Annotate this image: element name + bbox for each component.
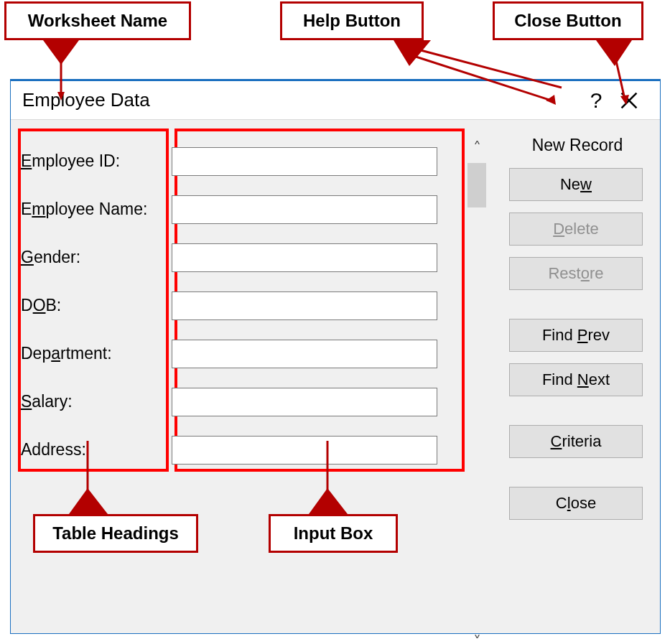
annotation-worksheet-name: Worksheet Name xyxy=(4,1,191,40)
record-indicator: New Record xyxy=(509,136,646,155)
input-employee-name[interactable] xyxy=(172,195,437,224)
close-window-button[interactable] xyxy=(613,86,646,115)
svg-marker-9 xyxy=(596,40,632,66)
svg-marker-5 xyxy=(394,40,431,66)
input-gender[interactable] xyxy=(172,243,437,272)
annotation-table-headings: Table Headings xyxy=(33,514,198,553)
annotation-close-button: Close Button xyxy=(493,1,643,40)
label-salary: Salary: xyxy=(21,392,172,411)
label-department: Department: xyxy=(21,344,172,363)
annotation-help-button: Help Button xyxy=(280,1,424,40)
close-icon xyxy=(620,91,638,110)
svg-marker-2 xyxy=(43,40,79,65)
label-dob: DOB: xyxy=(21,296,172,315)
new-button[interactable]: New xyxy=(509,168,643,201)
annotation-input-box: Input Box xyxy=(269,514,398,553)
dialog-title: Employee Data xyxy=(22,89,580,111)
close-form-button[interactable]: Close xyxy=(509,487,643,520)
label-gender: Gender: xyxy=(21,248,172,267)
input-address[interactable] xyxy=(172,436,437,465)
input-dob[interactable] xyxy=(172,291,437,320)
form-fields: Employee ID: Employee Name: Gender: xyxy=(21,137,460,474)
scroll-thumb[interactable] xyxy=(467,163,486,207)
titlebar: Employee Data ? xyxy=(11,81,660,120)
record-scrollbar[interactable]: ˄ ˅ xyxy=(465,137,489,644)
help-button[interactable]: ? xyxy=(580,86,613,115)
button-column: New Record New Delete Restore Find Prev … xyxy=(509,136,646,531)
restore-button: Restore xyxy=(509,257,643,290)
delete-button: Delete xyxy=(509,213,643,246)
label-address: Address: xyxy=(21,440,172,459)
scroll-down-icon[interactable]: ˅ xyxy=(465,631,489,644)
criteria-button[interactable]: Criteria xyxy=(509,425,643,458)
input-salary[interactable] xyxy=(172,388,437,416)
find-prev-button[interactable]: Find Prev xyxy=(509,319,643,352)
find-next-button[interactable]: Find Next xyxy=(509,363,643,396)
scroll-up-icon[interactable]: ˄ xyxy=(465,137,489,160)
input-department[interactable] xyxy=(172,340,437,368)
input-employee-id[interactable] xyxy=(172,147,437,176)
label-employee-name: Employee Name: xyxy=(21,200,172,219)
label-employee-id: Employee ID: xyxy=(21,151,172,171)
